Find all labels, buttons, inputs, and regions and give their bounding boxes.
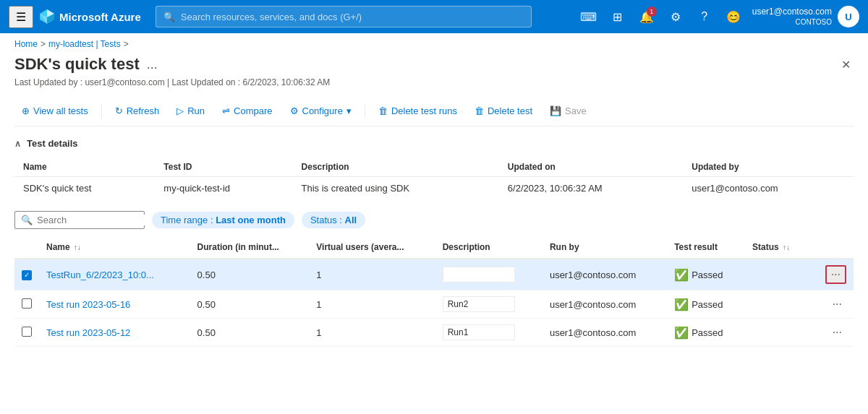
feedback-button[interactable]: 😊: [720, 4, 746, 30]
help-button[interactable]: ?: [692, 4, 718, 30]
user-avatar[interactable]: U: [838, 6, 859, 27]
delete-runs-icon: 🗑: [378, 105, 388, 116]
description-input-0[interactable]: [443, 267, 515, 283]
directory-icon: ⊞: [613, 10, 622, 24]
breadcrumb-home[interactable]: Home: [14, 39, 38, 49]
breadcrumb: Home > my-loadtest | Tests >: [0, 33, 868, 55]
page-header: SDK's quick test ... ✕: [14, 55, 854, 74]
cell-duration-0: 0.50: [190, 259, 310, 290]
col-run-name[interactable]: Name ↑↓: [39, 236, 190, 259]
page-title-more-button[interactable]: ...: [147, 57, 158, 72]
refresh-icon: ↻: [115, 105, 123, 116]
description-input-1[interactable]: [443, 296, 515, 312]
run-label: Run: [187, 105, 205, 116]
filter-row: 🔍 Time range : Last one month Status : A…: [14, 211, 854, 229]
save-icon: 💾: [550, 105, 561, 116]
refresh-label: Refresh: [127, 105, 160, 116]
azure-brand-text: Microsoft Azure: [59, 11, 141, 23]
global-search-input[interactable]: [181, 12, 524, 22]
breadcrumb-loadtest[interactable]: my-loadtest | Tests: [48, 39, 121, 49]
breadcrumb-sep-2: >: [124, 39, 129, 49]
cell-run-name-1: Test run 2023-05-16: [39, 290, 190, 319]
more-actions-button-0[interactable]: ···: [825, 265, 846, 284]
run-name-link-0[interactable]: TestRun_6/2/2023_10:0...: [46, 269, 154, 280]
cell-test-result-1: ✅ Passed: [667, 290, 745, 319]
cell-actions-1[interactable]: ···: [809, 290, 854, 319]
cell-virtual-users-0: 1: [309, 259, 435, 290]
test-details-table: Name Test ID Description Updated on Upda…: [14, 158, 854, 199]
status-value: All: [345, 215, 357, 225]
compare-button[interactable]: ⇌ Compare: [215, 102, 279, 120]
cell-duration-1: 0.50: [190, 290, 310, 319]
runs-table: Name ↑↓ Duration (in minut... Virtual us…: [14, 236, 854, 347]
test-details-label: Test details: [27, 138, 78, 149]
col-status[interactable]: Status ↑↓: [745, 236, 809, 259]
runs-table-wrap: Name ↑↓ Duration (in minut... Virtual us…: [14, 236, 854, 347]
time-range-label: Time range :: [161, 215, 213, 225]
configure-icon: ⚙: [290, 105, 299, 116]
checkbox-2[interactable]: [22, 327, 32, 337]
global-search-bar[interactable]: 🔍: [156, 6, 532, 27]
description-input-2[interactable]: [443, 324, 515, 340]
more-actions-button-2[interactable]: ···: [828, 324, 846, 340]
close-button[interactable]: ✕: [838, 55, 854, 74]
more-actions-button-1[interactable]: ···: [828, 296, 846, 312]
cell-actions-0[interactable]: ···: [809, 259, 854, 290]
notifications-button[interactable]: 🔔 1: [634, 4, 660, 30]
status-badge-0: ✅ Passed: [674, 268, 723, 282]
configure-button[interactable]: ⚙ Configure ▾: [283, 102, 359, 120]
list-item[interactable]: Test run 2023-05-12 0.50 1 user1@contoso…: [14, 319, 854, 347]
cell-virtual-users-1: 1: [309, 290, 435, 319]
list-item[interactable]: TestRun_6/2/2023_10:0... 0.50 1 user1@co…: [14, 259, 854, 290]
run-name-link-1[interactable]: Test run 2023-05-16: [46, 299, 130, 310]
user-info: user1@contoso.com CONTOSO: [752, 7, 832, 27]
time-range-value: Last one month: [216, 215, 286, 225]
run-name-link-2[interactable]: Test run 2023-05-12: [46, 327, 130, 338]
delete-test-label: Delete test: [488, 105, 532, 116]
passed-icon-1: ✅: [674, 298, 689, 311]
col-updated-on: Updated on: [499, 158, 683, 177]
delete-test-button[interactable]: 🗑 Delete test: [467, 102, 540, 120]
cell-checkbox-1[interactable]: [14, 290, 39, 319]
cell-actions-2[interactable]: ···: [809, 319, 854, 347]
notification-count: 1: [647, 7, 657, 17]
cell-updated-by: user1@contoso.com: [683, 177, 854, 200]
checkbox-0[interactable]: [22, 270, 32, 280]
list-item[interactable]: Test run 2023-05-16 0.50 1 user1@contoso…: [14, 290, 854, 319]
view-all-tests-button[interactable]: ⊕ View all tests: [14, 102, 95, 120]
col-run-description: Description: [435, 236, 542, 259]
search-input[interactable]: [37, 215, 158, 225]
azure-logo-icon: [39, 9, 55, 25]
cell-description: This is created using SDK: [293, 177, 499, 200]
cloud-shell-button[interactable]: ⌨: [576, 4, 602, 30]
cell-desc-0[interactable]: [435, 259, 542, 290]
search-input-wrap[interactable]: 🔍: [14, 211, 145, 229]
nav-icon-group: ⌨ ⊞ 🔔 1 ⚙ ? 😊 user1@contoso.com CONTOSO …: [576, 4, 859, 30]
col-name: Name: [14, 158, 155, 177]
settings-button[interactable]: ⚙: [663, 4, 689, 30]
cell-checkbox-0[interactable]: [14, 259, 39, 290]
cell-desc-1[interactable]: [435, 290, 542, 319]
col-updated-by: Updated by: [683, 158, 854, 177]
directory-button[interactable]: ⊞: [605, 4, 631, 30]
save-label: Save: [565, 105, 587, 116]
cell-test-result-2: ✅ Passed: [667, 319, 745, 347]
hamburger-menu-button[interactable]: ☰: [9, 6, 33, 28]
view-all-icon: ⊕: [22, 105, 30, 116]
page-subtitle: Last Updated by : user1@contoso.com | La…: [14, 77, 854, 87]
time-range-filter[interactable]: Time range : Last one month: [152, 212, 294, 228]
cell-duration-2: 0.50: [190, 319, 310, 347]
test-details-header[interactable]: ∧ Test details: [14, 138, 854, 149]
refresh-button[interactable]: ↻ Refresh: [108, 102, 167, 120]
delete-test-runs-button[interactable]: 🗑 Delete test runs: [371, 102, 464, 120]
checkbox-1[interactable]: [22, 298, 32, 309]
cell-test-result-0: ✅ Passed: [667, 259, 745, 290]
save-button[interactable]: 💾 Save: [542, 102, 594, 120]
cell-desc-2[interactable]: [435, 319, 542, 347]
run-button[interactable]: ▷ Run: [169, 102, 212, 120]
col-test-result: Test result: [667, 236, 745, 259]
cell-checkbox-2[interactable]: [14, 319, 39, 347]
help-icon: ?: [701, 10, 707, 23]
status-filter[interactable]: Status : All: [302, 212, 365, 228]
table-row[interactable]: SDK's quick test my-quick-test-id This i…: [14, 177, 854, 200]
